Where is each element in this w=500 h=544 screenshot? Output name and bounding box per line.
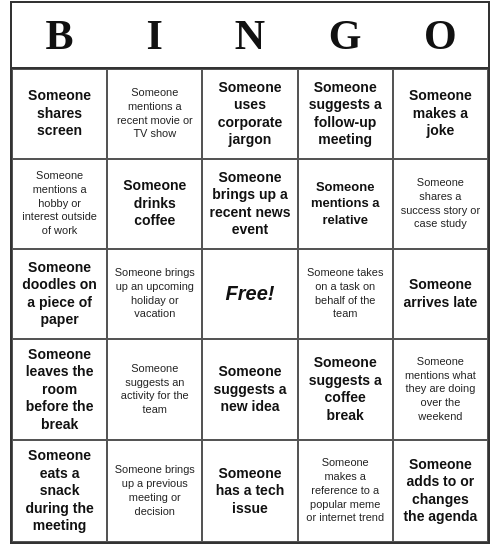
bingo-cell-22[interactable]: Someone has a tech issue: [202, 440, 297, 542]
bingo-cell-text-13: Someone takes on a task on behalf of the…: [305, 266, 386, 321]
bingo-cell-text-3: Someone suggests a follow-up meeting: [305, 79, 386, 149]
bingo-cell-15[interactable]: Someone leaves the room before the break: [12, 339, 107, 441]
bingo-cell-16[interactable]: Someone suggests an activity for the tea…: [107, 339, 202, 441]
bingo-cell-text-12: Free!: [226, 281, 275, 306]
letter-g: G: [301, 11, 389, 59]
bingo-cell-18[interactable]: Someone suggests a coffee break: [298, 339, 393, 441]
bingo-cell-text-23: Someone makes a reference to a popular m…: [305, 456, 386, 525]
bingo-card: B I N G O Someone shares screenSomeone m…: [10, 1, 490, 544]
bingo-cell-text-21: Someone brings up a previous meeting or …: [114, 463, 195, 518]
bingo-cell-24[interactable]: Someone adds to or changes the agenda: [393, 440, 488, 542]
bingo-cell-text-20: Someone eats a snack during the meeting: [19, 447, 100, 535]
bingo-cell-text-22: Someone has a tech issue: [209, 465, 290, 518]
bingo-cell-text-11: Someone brings up an upcoming holiday or…: [114, 266, 195, 321]
bingo-cell-text-4: Someone makes a joke: [400, 87, 481, 140]
letter-i: I: [111, 11, 199, 59]
bingo-cell-text-6: Someone drinks coffee: [114, 177, 195, 230]
bingo-cell-10[interactable]: Someone doodles on a piece of paper: [12, 249, 107, 339]
bingo-cell-text-7: Someone brings up a recent news event: [209, 169, 290, 239]
bingo-cell-7[interactable]: Someone brings up a recent news event: [202, 159, 297, 249]
bingo-cell-17[interactable]: Someone suggests a new idea: [202, 339, 297, 441]
bingo-cell-11[interactable]: Someone brings up an upcoming holiday or…: [107, 249, 202, 339]
bingo-cell-text-17: Someone suggests a new idea: [209, 363, 290, 416]
bingo-cell-text-2: Someone uses corporate jargon: [209, 79, 290, 149]
bingo-cell-14[interactable]: Someone arrives late: [393, 249, 488, 339]
bingo-cell-0[interactable]: Someone shares screen: [12, 69, 107, 159]
bingo-cell-4[interactable]: Someone makes a joke: [393, 69, 488, 159]
letter-b: B: [16, 11, 104, 59]
bingo-cell-6[interactable]: Someone drinks coffee: [107, 159, 202, 249]
bingo-cell-text-15: Someone leaves the room before the break: [19, 346, 100, 434]
bingo-cell-text-16: Someone suggests an activity for the tea…: [114, 362, 195, 417]
bingo-cell-text-0: Someone shares screen: [19, 87, 100, 140]
bingo-cell-text-10: Someone doodles on a piece of paper: [19, 259, 100, 329]
bingo-cell-12[interactable]: Free!: [202, 249, 297, 339]
bingo-cell-text-14: Someone arrives late: [400, 276, 481, 311]
bingo-cell-text-5: Someone mentions a hobby or interest out…: [19, 169, 100, 238]
bingo-cell-3[interactable]: Someone suggests a follow-up meeting: [298, 69, 393, 159]
bingo-cell-text-18: Someone suggests a coffee break: [305, 354, 386, 424]
letter-n: N: [206, 11, 294, 59]
bingo-cell-9[interactable]: Someone shares a success story or case s…: [393, 159, 488, 249]
bingo-grid: Someone shares screenSomeone mentions a …: [12, 69, 488, 542]
bingo-cell-text-24: Someone adds to or changes the agenda: [400, 456, 481, 526]
bingo-cell-13[interactable]: Someone takes on a task on behalf of the…: [298, 249, 393, 339]
letter-o: O: [396, 11, 484, 59]
bingo-cell-8[interactable]: Someone mentions a relative: [298, 159, 393, 249]
bingo-cell-text-1: Someone mentions a recent movie or TV sh…: [114, 86, 195, 141]
bingo-cell-text-9: Someone shares a success story or case s…: [400, 176, 481, 231]
bingo-cell-21[interactable]: Someone brings up a previous meeting or …: [107, 440, 202, 542]
bingo-cell-19[interactable]: Someone mentions what they are doing ove…: [393, 339, 488, 441]
bingo-cell-text-8: Someone mentions a relative: [305, 179, 386, 228]
bingo-cell-5[interactable]: Someone mentions a hobby or interest out…: [12, 159, 107, 249]
bingo-header: B I N G O: [12, 3, 488, 69]
bingo-cell-20[interactable]: Someone eats a snack during the meeting: [12, 440, 107, 542]
bingo-cell-1[interactable]: Someone mentions a recent movie or TV sh…: [107, 69, 202, 159]
bingo-cell-text-19: Someone mentions what they are doing ove…: [400, 355, 481, 424]
bingo-cell-23[interactable]: Someone makes a reference to a popular m…: [298, 440, 393, 542]
bingo-cell-2[interactable]: Someone uses corporate jargon: [202, 69, 297, 159]
